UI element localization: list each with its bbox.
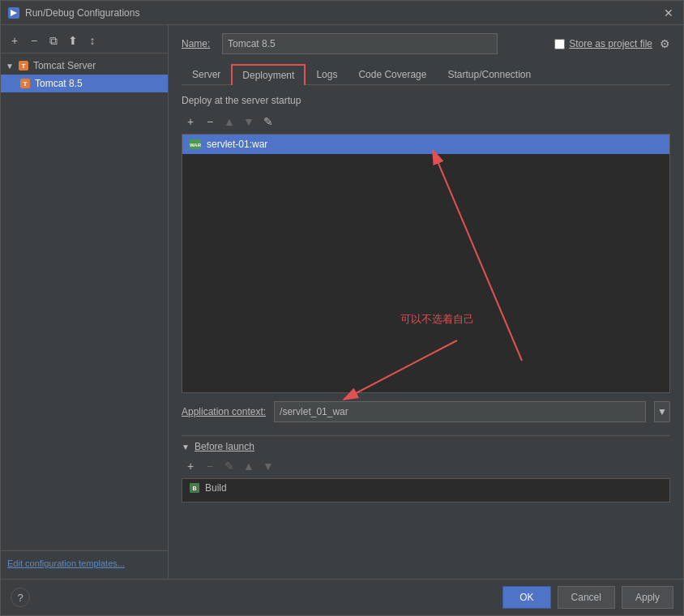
svg-text:WAR: WAR: [190, 143, 202, 148]
deploy-remove-button[interactable]: −: [201, 113, 219, 130]
name-label: Name:: [182, 38, 214, 49]
deploy-down-button[interactable]: ▼: [240, 113, 258, 130]
edit-templates-link[interactable]: Edit configuration templates...: [7, 558, 125, 568]
dialog-title: Run/Debug Configurations: [25, 7, 660, 19]
launch-up-button[interactable]: ▲: [240, 457, 258, 475]
separator: [182, 435, 670, 436]
tabs-row: Server Deployment Logs Code Coverage Sta…: [182, 64, 670, 85]
store-checkbox-row: Store as project file ⚙: [554, 37, 670, 50]
launch-list: B Build: [182, 478, 670, 503]
tab-server[interactable]: Server: [182, 64, 231, 85]
before-launch-section: ▼ Before launch + − ✎ ▲ ▼: [182, 441, 670, 503]
launch-item-build[interactable]: B Build: [182, 479, 669, 497]
sort-config-button[interactable]: ↕: [83, 32, 101, 49]
bottom-bar: ? OK Cancel Apply: [1, 579, 683, 615]
remove-config-button[interactable]: −: [25, 32, 43, 49]
main-content: + − ⧉ ⬆ ↕ ▼ T Tomcat Server: [1, 25, 683, 579]
tab-startup[interactable]: Startup/Connection: [437, 64, 541, 85]
before-launch-title: Before launch: [195, 441, 254, 452]
war-icon: WAR: [189, 138, 202, 151]
deploy-list: WAR servlet-01:war: [182, 134, 670, 393]
sidebar-section: ▼ T Tomcat Server T: [1, 53, 168, 96]
name-input[interactable]: [222, 33, 498, 54]
tab-deployment[interactable]: Deployment: [231, 64, 306, 85]
store-label: Store as project file: [569, 38, 652, 49]
sidebar-item-tomcat85[interactable]: T Tomcat 8.5: [1, 75, 168, 92]
move-config-button[interactable]: ⬆: [64, 32, 82, 49]
tomcat-group-icon: T: [17, 59, 30, 72]
deploy-toolbar: + − ▲ ▼ ✎: [182, 113, 670, 130]
deploy-item-war[interactable]: WAR servlet-01:war: [182, 135, 669, 154]
tab-coverage[interactable]: Code Coverage: [348, 64, 437, 85]
store-project-checkbox[interactable]: [554, 39, 565, 49]
sidebar-item-label: Tomcat 8.5: [35, 78, 83, 89]
cancel-button[interactable]: Cancel: [558, 586, 615, 609]
app-context-dropdown[interactable]: ▼: [654, 401, 670, 422]
deploy-edit-button[interactable]: ✎: [259, 113, 277, 130]
sidebar-group-label: Tomcat Server: [33, 60, 96, 71]
launch-edit-button[interactable]: ✎: [220, 457, 238, 475]
section-title: Deploy at the server startup: [182, 95, 670, 106]
name-row: Name: Store as project file ⚙: [182, 33, 670, 54]
app-context-row: 可以不选着自己 Application context: ▼: [182, 401, 670, 422]
copy-config-button[interactable]: ⧉: [45, 32, 62, 49]
launch-add-button[interactable]: +: [182, 457, 199, 475]
launch-down-button[interactable]: ▼: [259, 457, 277, 475]
help-button[interactable]: ?: [11, 588, 30, 607]
gear-icon[interactable]: ⚙: [660, 37, 670, 50]
tab-logs[interactable]: Logs: [306, 64, 348, 85]
apply-button[interactable]: Apply: [622, 586, 673, 609]
svg-text:T: T: [21, 62, 25, 70]
before-launch-header[interactable]: ▼ Before launch: [182, 441, 670, 452]
launch-item-label: Build: [205, 482, 227, 494]
sidebar-toolbar: + − ⧉ ⬆ ↕: [1, 28, 168, 53]
group-arrow-icon: ▼: [6, 62, 14, 71]
annotation-text: 可以不选着自己: [400, 312, 474, 327]
sidebar-group-tomcat[interactable]: ▼ T Tomcat Server: [1, 57, 168, 75]
app-context-input[interactable]: [274, 401, 646, 422]
svg-text:B: B: [192, 486, 196, 491]
add-config-button[interactable]: +: [6, 32, 24, 49]
deployment-content: Deploy at the server startup + − ▲ ▼ ✎: [182, 95, 670, 503]
right-panel: Name: Store as project file ⚙ Server Dep…: [169, 25, 683, 579]
before-launch-arrow-icon: ▼: [182, 443, 190, 451]
deploy-item-label: servlet-01:war: [207, 139, 267, 150]
tomcat-item-icon: T: [19, 77, 32, 90]
build-icon: B: [189, 482, 200, 494]
sidebar-footer: Edit configuration templates...: [1, 550, 168, 575]
ok-button[interactable]: OK: [502, 586, 550, 609]
title-bar: Run/Debug Configurations ✕: [1, 1, 683, 25]
run-debug-dialog: Run/Debug Configurations ✕ + − ⧉ ⬆ ↕ ▼ T: [0, 0, 684, 616]
close-button[interactable]: ✕: [660, 5, 677, 21]
launch-remove-button[interactable]: −: [201, 457, 219, 475]
deploy-add-button[interactable]: +: [182, 113, 199, 130]
svg-text:T: T: [24, 80, 28, 88]
deploy-list-wrapper: WAR servlet-01:war: [182, 134, 670, 393]
app-context-label: Application context:: [182, 406, 266, 417]
deploy-up-button[interactable]: ▲: [220, 113, 238, 130]
dialog-icon: [7, 6, 20, 19]
sidebar: + − ⧉ ⬆ ↕ ▼ T Tomcat Server: [1, 25, 169, 579]
launch-toolbar: + − ✎ ▲ ▼: [182, 457, 670, 475]
